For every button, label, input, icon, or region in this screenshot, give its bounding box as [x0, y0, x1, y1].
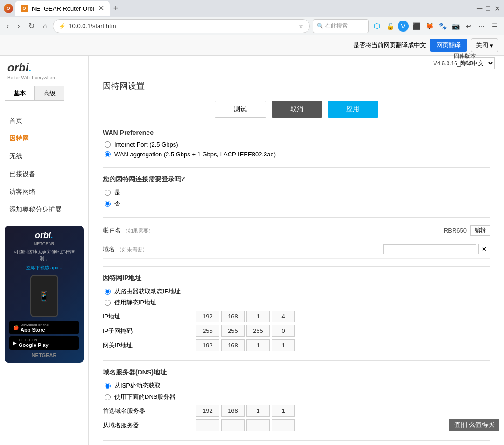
ip-radio-group: 从路由器获取动态IP地址 使用静态IP地址 — [105, 287, 490, 307]
new-tab-button[interactable]: + — [110, 1, 122, 16]
secondary-dns-octet-4[interactable] — [272, 419, 295, 431]
login-yes-label: 是 — [114, 188, 120, 197]
close-window-icon[interactable]: ✕ — [494, 4, 500, 13]
dns-radio-dynamic[interactable] — [105, 383, 111, 389]
back-button[interactable]: ‹ — [4, 20, 12, 32]
sidebar-item-wireless[interactable]: 无线 — [0, 148, 88, 165]
gateway-octet-3[interactable] — [246, 339, 270, 351]
subnet-octet-1[interactable] — [196, 325, 219, 337]
browser-tab[interactable]: O NETGEAR Router Orbi ✕ — [15, 1, 110, 16]
dns-radio-manual[interactable] — [105, 394, 111, 400]
browser-icon-8[interactable]: ↩ — [463, 21, 474, 32]
browser-controls: ‹ › ↻ ⌂ ⚡ 10.0.0.1/start.htm ☆ 🔍 在此搜索 ⬡ … — [0, 17, 504, 35]
test-button[interactable]: 测试 — [215, 101, 266, 118]
dns-radio-group: 从ISP处动态获取 使用下面的DNS服务器 — [105, 381, 490, 401]
login-no-option[interactable]: 否 — [105, 199, 490, 208]
phone-mockup: 📱 — [30, 275, 58, 317]
address-bar[interactable]: ⚡ 10.0.0.1/start.htm ☆ — [53, 19, 310, 33]
primary-dns-octet-3[interactable] — [246, 405, 270, 417]
account-hint: （如果需要） — [123, 228, 154, 233]
ip-octet-4[interactable] — [272, 311, 295, 322]
sidebar-item-internet[interactable]: 因特网 — [0, 130, 88, 148]
apply-button[interactable]: 应用 — [328, 101, 378, 118]
browser-icon-3[interactable]: V — [398, 21, 409, 32]
subnet-octet-4[interactable] — [272, 325, 295, 337]
browser-icon-2[interactable]: 🔒 — [385, 21, 396, 32]
domain-clear-button[interactable]: ✕ — [478, 244, 490, 254]
domain-row: 域名 （如果需要） ✕ — [103, 244, 490, 259]
forward-button[interactable]: › — [14, 20, 22, 32]
secondary-dns-octet-3[interactable] — [246, 419, 270, 431]
sidebar-item-guest[interactable]: 访客网络 — [0, 183, 88, 201]
gateway-octet-1[interactable] — [196, 339, 219, 351]
account-label-text: 帐户名 — [103, 227, 121, 234]
tab-advanced[interactable]: 高级 — [35, 86, 64, 101]
domain-input[interactable] — [383, 244, 476, 254]
wan-radio-2[interactable] — [105, 151, 111, 157]
browser-icon-4[interactable]: ⬛ — [411, 21, 422, 32]
separator-2 — [103, 217, 490, 218]
edit-account-button[interactable]: 编辑 — [470, 225, 490, 236]
sidebar-expand-label: 添加奥秘分身扩展 — [9, 205, 62, 213]
minimize-icon[interactable]: ─ — [477, 4, 482, 13]
primary-dns-octet-1[interactable] — [196, 405, 219, 417]
ip-static-option[interactable]: 使用静态IP地址 — [105, 298, 490, 307]
browser-icon-5[interactable]: 🦊 — [424, 21, 435, 32]
ip-radio-dynamic[interactable] — [105, 289, 111, 295]
subnet-octet-3[interactable] — [246, 325, 270, 337]
wan-option-2[interactable]: WAN aggregation (2.5 Gbps + 1 Gbps, LACP… — [105, 151, 490, 158]
sidebar-item-devices[interactable]: 已接设备 — [0, 165, 88, 183]
secondary-dns-octet-1[interactable] — [196, 419, 219, 431]
banner-text: 可随时随地以更方便地进行控制， — [9, 249, 79, 262]
home-button[interactable]: ⌂ — [40, 20, 50, 32]
apple-icon: 🍎 — [13, 325, 19, 330]
tab-close-button[interactable]: ✕ — [98, 5, 104, 12]
tab-bar: 基本 高级 — [0, 82, 88, 105]
ip-octet-1[interactable] — [196, 311, 219, 322]
wan-radio-group: Internet Port (2.5 Gbps) WAN aggregation… — [105, 141, 490, 158]
login-yes-option[interactable]: 是 — [105, 188, 490, 197]
sidebar-item-home[interactable]: 首页 — [0, 112, 88, 130]
google-play-button[interactable]: ▶ GET IT ON Google Play — [9, 336, 79, 350]
wan-radio-1[interactable] — [105, 141, 111, 148]
ip-label: IP地址 — [103, 312, 196, 321]
subnet-octet-2[interactable] — [221, 325, 245, 337]
dns-manual-label: 使用下面的DNS服务器 — [114, 393, 175, 401]
login-radio-yes[interactable] — [105, 190, 111, 196]
login-radio-no[interactable] — [105, 201, 111, 207]
cancel-button[interactable]: 取消 — [272, 101, 322, 118]
search-box[interactable]: 🔍 在此搜索 — [313, 19, 369, 33]
subnet-label: IP子网掩码 — [103, 327, 196, 335]
dns-manual-option[interactable]: 使用下面的DNS服务器 — [105, 393, 490, 401]
primary-dns-octet-2[interactable] — [221, 405, 245, 417]
browser-icon-6[interactable]: 🐾 — [437, 21, 448, 32]
maximize-icon[interactable]: □ — [486, 4, 490, 13]
menu-icon[interactable]: ☰ — [489, 21, 500, 32]
dns-section-title: 域名服务器(DNS)地址 — [103, 368, 490, 377]
ip-radio-static[interactable] — [105, 300, 111, 306]
gateway-octet-4[interactable] — [272, 339, 295, 351]
close-translate-label: 关闭 — [476, 41, 488, 49]
refresh-button[interactable]: ↻ — [26, 20, 37, 32]
translate-button[interactable]: 网页翻译 — [430, 39, 467, 52]
firmware-version: V4.6.3.16_2.0.51 — [434, 60, 476, 67]
tab-basic[interactable]: 基本 — [5, 86, 35, 101]
secondary-dns-octet-2[interactable] — [221, 419, 245, 431]
ip-address-row: IP地址 — [103, 311, 490, 322]
browser-icon-1[interactable]: ⬡ — [371, 21, 383, 32]
more-options-icon[interactable]: ⋯ — [476, 21, 487, 32]
dns-dynamic-option[interactable]: 从ISP处动态获取 — [105, 381, 490, 390]
ip-octet-3[interactable] — [246, 311, 270, 322]
close-translate-button[interactable]: 关闭 ▾ — [471, 38, 498, 52]
gateway-octet-2[interactable] — [221, 339, 245, 351]
lock-icon: ⚡ — [59, 23, 66, 29]
sidebar-item-expand[interactable]: 添加奥秘分身扩展 — [0, 201, 88, 219]
ip-octet-2[interactable] — [221, 311, 245, 322]
ip-dynamic-option[interactable]: 从路由器获取动态IP地址 — [105, 287, 490, 296]
star-icon[interactable]: ☆ — [299, 23, 304, 29]
wan-option-1[interactable]: Internet Port (2.5 Gbps) — [105, 141, 490, 148]
app-store-button[interactable]: 🍎 Download on the App Store — [9, 321, 79, 334]
primary-dns-octet-4[interactable] — [272, 405, 295, 417]
banner-download-link[interactable]: 立即下载该 app... — [9, 265, 79, 271]
browser-icon-7[interactable]: 📷 — [450, 21, 461, 32]
